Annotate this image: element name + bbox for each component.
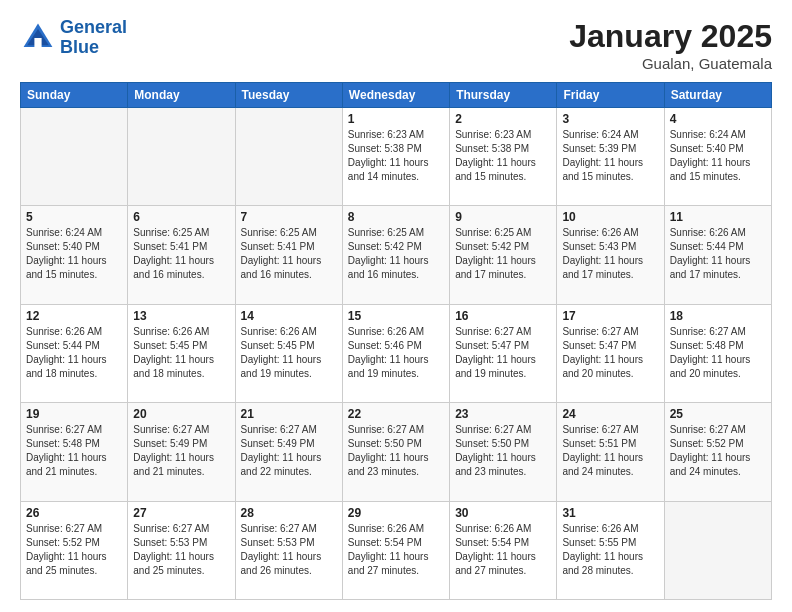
day-info: Sunrise: 6:27 AM Sunset: 5:48 PM Dayligh… bbox=[670, 325, 766, 381]
day-cell: 31Sunrise: 6:26 AM Sunset: 5:55 PM Dayli… bbox=[557, 501, 664, 599]
week-row-2: 5Sunrise: 6:24 AM Sunset: 5:40 PM Daylig… bbox=[21, 206, 772, 304]
day-number: 19 bbox=[26, 407, 122, 421]
weekday-header-thursday: Thursday bbox=[450, 83, 557, 108]
weekday-header-saturday: Saturday bbox=[664, 83, 771, 108]
day-cell: 9Sunrise: 6:25 AM Sunset: 5:42 PM Daylig… bbox=[450, 206, 557, 304]
day-number: 5 bbox=[26, 210, 122, 224]
day-info: Sunrise: 6:26 AM Sunset: 5:54 PM Dayligh… bbox=[455, 522, 551, 578]
day-number: 30 bbox=[455, 506, 551, 520]
day-info: Sunrise: 6:24 AM Sunset: 5:40 PM Dayligh… bbox=[26, 226, 122, 282]
logo-icon bbox=[20, 20, 56, 56]
day-info: Sunrise: 6:26 AM Sunset: 5:55 PM Dayligh… bbox=[562, 522, 658, 578]
day-cell: 14Sunrise: 6:26 AM Sunset: 5:45 PM Dayli… bbox=[235, 304, 342, 402]
day-cell bbox=[128, 108, 235, 206]
day-cell: 17Sunrise: 6:27 AM Sunset: 5:47 PM Dayli… bbox=[557, 304, 664, 402]
day-cell: 23Sunrise: 6:27 AM Sunset: 5:50 PM Dayli… bbox=[450, 403, 557, 501]
calendar: SundayMondayTuesdayWednesdayThursdayFrid… bbox=[20, 82, 772, 600]
day-cell: 7Sunrise: 6:25 AM Sunset: 5:41 PM Daylig… bbox=[235, 206, 342, 304]
day-info: Sunrise: 6:27 AM Sunset: 5:48 PM Dayligh… bbox=[26, 423, 122, 479]
week-row-4: 19Sunrise: 6:27 AM Sunset: 5:48 PM Dayli… bbox=[21, 403, 772, 501]
day-info: Sunrise: 6:27 AM Sunset: 5:51 PM Dayligh… bbox=[562, 423, 658, 479]
day-info: Sunrise: 6:27 AM Sunset: 5:47 PM Dayligh… bbox=[562, 325, 658, 381]
day-info: Sunrise: 6:24 AM Sunset: 5:39 PM Dayligh… bbox=[562, 128, 658, 184]
day-info: Sunrise: 6:26 AM Sunset: 5:54 PM Dayligh… bbox=[348, 522, 444, 578]
day-cell: 27Sunrise: 6:27 AM Sunset: 5:53 PM Dayli… bbox=[128, 501, 235, 599]
logo-text: General Blue bbox=[60, 18, 127, 58]
day-info: Sunrise: 6:27 AM Sunset: 5:49 PM Dayligh… bbox=[241, 423, 337, 479]
svg-rect-2 bbox=[34, 38, 41, 47]
day-cell: 21Sunrise: 6:27 AM Sunset: 5:49 PM Dayli… bbox=[235, 403, 342, 501]
day-cell: 28Sunrise: 6:27 AM Sunset: 5:53 PM Dayli… bbox=[235, 501, 342, 599]
day-number: 3 bbox=[562, 112, 658, 126]
day-info: Sunrise: 6:27 AM Sunset: 5:52 PM Dayligh… bbox=[670, 423, 766, 479]
title-block: January 2025 Gualan, Guatemala bbox=[569, 18, 772, 72]
day-info: Sunrise: 6:24 AM Sunset: 5:40 PM Dayligh… bbox=[670, 128, 766, 184]
day-cell bbox=[664, 501, 771, 599]
day-cell: 4Sunrise: 6:24 AM Sunset: 5:40 PM Daylig… bbox=[664, 108, 771, 206]
day-info: Sunrise: 6:23 AM Sunset: 5:38 PM Dayligh… bbox=[455, 128, 551, 184]
day-number: 17 bbox=[562, 309, 658, 323]
day-cell: 6Sunrise: 6:25 AM Sunset: 5:41 PM Daylig… bbox=[128, 206, 235, 304]
day-number: 23 bbox=[455, 407, 551, 421]
day-cell: 3Sunrise: 6:24 AM Sunset: 5:39 PM Daylig… bbox=[557, 108, 664, 206]
day-info: Sunrise: 6:26 AM Sunset: 5:45 PM Dayligh… bbox=[241, 325, 337, 381]
day-info: Sunrise: 6:27 AM Sunset: 5:52 PM Dayligh… bbox=[26, 522, 122, 578]
day-number: 7 bbox=[241, 210, 337, 224]
week-row-3: 12Sunrise: 6:26 AM Sunset: 5:44 PM Dayli… bbox=[21, 304, 772, 402]
day-number: 13 bbox=[133, 309, 229, 323]
day-number: 4 bbox=[670, 112, 766, 126]
weekday-header-monday: Monday bbox=[128, 83, 235, 108]
weekday-header-tuesday: Tuesday bbox=[235, 83, 342, 108]
day-number: 11 bbox=[670, 210, 766, 224]
day-cell: 1Sunrise: 6:23 AM Sunset: 5:38 PM Daylig… bbox=[342, 108, 449, 206]
day-cell: 29Sunrise: 6:26 AM Sunset: 5:54 PM Dayli… bbox=[342, 501, 449, 599]
day-cell: 5Sunrise: 6:24 AM Sunset: 5:40 PM Daylig… bbox=[21, 206, 128, 304]
day-cell: 10Sunrise: 6:26 AM Sunset: 5:43 PM Dayli… bbox=[557, 206, 664, 304]
day-info: Sunrise: 6:25 AM Sunset: 5:41 PM Dayligh… bbox=[241, 226, 337, 282]
day-cell: 11Sunrise: 6:26 AM Sunset: 5:44 PM Dayli… bbox=[664, 206, 771, 304]
day-cell: 24Sunrise: 6:27 AM Sunset: 5:51 PM Dayli… bbox=[557, 403, 664, 501]
week-row-1: 1Sunrise: 6:23 AM Sunset: 5:38 PM Daylig… bbox=[21, 108, 772, 206]
day-number: 9 bbox=[455, 210, 551, 224]
header: General Blue January 2025 Gualan, Guatem… bbox=[20, 18, 772, 72]
day-info: Sunrise: 6:27 AM Sunset: 5:53 PM Dayligh… bbox=[133, 522, 229, 578]
day-cell bbox=[235, 108, 342, 206]
day-cell: 22Sunrise: 6:27 AM Sunset: 5:50 PM Dayli… bbox=[342, 403, 449, 501]
day-info: Sunrise: 6:23 AM Sunset: 5:38 PM Dayligh… bbox=[348, 128, 444, 184]
day-number: 24 bbox=[562, 407, 658, 421]
day-number: 12 bbox=[26, 309, 122, 323]
day-number: 21 bbox=[241, 407, 337, 421]
day-number: 6 bbox=[133, 210, 229, 224]
day-number: 28 bbox=[241, 506, 337, 520]
day-info: Sunrise: 6:27 AM Sunset: 5:47 PM Dayligh… bbox=[455, 325, 551, 381]
day-cell: 26Sunrise: 6:27 AM Sunset: 5:52 PM Dayli… bbox=[21, 501, 128, 599]
day-info: Sunrise: 6:27 AM Sunset: 5:50 PM Dayligh… bbox=[348, 423, 444, 479]
logo-line1: General bbox=[60, 18, 127, 38]
day-cell: 12Sunrise: 6:26 AM Sunset: 5:44 PM Dayli… bbox=[21, 304, 128, 402]
day-number: 20 bbox=[133, 407, 229, 421]
day-number: 27 bbox=[133, 506, 229, 520]
day-cell bbox=[21, 108, 128, 206]
day-info: Sunrise: 6:26 AM Sunset: 5:46 PM Dayligh… bbox=[348, 325, 444, 381]
weekday-header-sunday: Sunday bbox=[21, 83, 128, 108]
day-info: Sunrise: 6:26 AM Sunset: 5:45 PM Dayligh… bbox=[133, 325, 229, 381]
day-cell: 2Sunrise: 6:23 AM Sunset: 5:38 PM Daylig… bbox=[450, 108, 557, 206]
day-cell: 20Sunrise: 6:27 AM Sunset: 5:49 PM Dayli… bbox=[128, 403, 235, 501]
weekday-header-row: SundayMondayTuesdayWednesdayThursdayFrid… bbox=[21, 83, 772, 108]
day-cell: 25Sunrise: 6:27 AM Sunset: 5:52 PM Dayli… bbox=[664, 403, 771, 501]
day-number: 15 bbox=[348, 309, 444, 323]
day-number: 18 bbox=[670, 309, 766, 323]
day-cell: 18Sunrise: 6:27 AM Sunset: 5:48 PM Dayli… bbox=[664, 304, 771, 402]
week-row-5: 26Sunrise: 6:27 AM Sunset: 5:52 PM Dayli… bbox=[21, 501, 772, 599]
day-number: 16 bbox=[455, 309, 551, 323]
day-number: 25 bbox=[670, 407, 766, 421]
day-number: 29 bbox=[348, 506, 444, 520]
logo-line2: Blue bbox=[60, 38, 127, 58]
day-info: Sunrise: 6:27 AM Sunset: 5:49 PM Dayligh… bbox=[133, 423, 229, 479]
day-cell: 13Sunrise: 6:26 AM Sunset: 5:45 PM Dayli… bbox=[128, 304, 235, 402]
day-info: Sunrise: 6:25 AM Sunset: 5:42 PM Dayligh… bbox=[455, 226, 551, 282]
weekday-header-friday: Friday bbox=[557, 83, 664, 108]
page: General Blue January 2025 Gualan, Guatem… bbox=[0, 0, 792, 612]
day-cell: 16Sunrise: 6:27 AM Sunset: 5:47 PM Dayli… bbox=[450, 304, 557, 402]
day-number: 26 bbox=[26, 506, 122, 520]
